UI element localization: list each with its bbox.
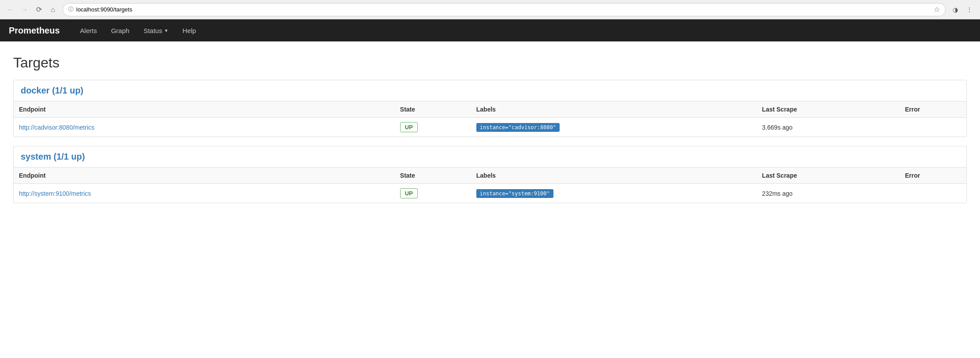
nav-link-help[interactable]: Help [175,19,203,41]
menu-icon[interactable]: ⋮ [963,4,976,16]
nav-links: Alerts Graph Status ▼ Help [73,19,203,41]
system-col-scrape: Last Scrape [757,168,899,184]
target-group-system: system (1/1 up) Endpoint State Labels La… [13,146,967,203]
system-labels-cell: instance="system:9100" [471,184,757,203]
docker-col-state: State [395,101,471,118]
nav-brand[interactable]: Prometheus [9,26,60,36]
system-col-endpoint: Endpoint [14,168,395,184]
docker-endpoint-cell: http://cadvisor:8080/metrics [14,118,395,137]
page-content: Targets docker (1/1 up) Endpoint State L… [0,41,980,225]
nav-link-graph[interactable]: Graph [104,19,137,41]
system-error-cell [900,184,966,203]
browser-toolbar-icons: ◑ ⋮ [949,4,976,16]
docker-col-endpoint: Endpoint [14,101,395,118]
system-table-header-row: Endpoint State Labels Last Scrape Error [14,168,966,184]
status-dropdown-arrow: ▼ [164,28,168,33]
table-row: http://cadvisor:8080/metrics UP instance… [14,118,966,137]
docker-labels-cell: instance="cadvisor:8080" [471,118,757,137]
browser-nav-buttons: ← → ⟳ ⌂ [4,4,59,16]
nav-link-status[interactable]: Status ▼ [137,19,175,41]
extensions-icon[interactable]: ◑ [949,4,961,16]
docker-error-cell [900,118,966,137]
docker-table-header-row: Endpoint State Labels Last Scrape Error [14,101,966,118]
system-col-labels: Labels [471,168,757,184]
system-endpoint-link[interactable]: http://system:9100/metrics [19,190,91,197]
docker-scrape-cell: 3.669s ago [757,118,899,137]
address-bar: ⓘ ☆ [63,3,946,16]
bookmark-icon[interactable]: ☆ [934,5,940,14]
target-group-system-header[interactable]: system (1/1 up) [14,146,966,168]
system-label-badge: instance="system:9100" [476,189,553,198]
docker-col-error: Error [900,101,966,118]
navbar: Prometheus Alerts Graph Status ▼ Help [0,19,980,41]
lock-icon: ⓘ [68,6,74,13]
back-button[interactable]: ← [4,4,17,16]
browser-chrome: ← → ⟳ ⌂ ⓘ ☆ ◑ ⋮ [0,0,980,19]
home-button[interactable]: ⌂ [47,4,59,16]
docker-col-scrape: Last Scrape [757,101,899,118]
system-scrape-cell: 232ms ago [757,184,899,203]
url-input[interactable] [76,6,931,13]
system-endpoint-cell: http://system:9100/metrics [14,184,395,203]
docker-endpoint-link[interactable]: http://cadvisor:8080/metrics [19,124,94,131]
reload-button[interactable]: ⟳ [33,4,45,16]
docker-state-badge: UP [400,122,418,132]
docker-state-cell: UP [395,118,471,137]
docker-label-badge: instance="cadvisor:8080" [476,123,560,132]
forward-button[interactable]: → [19,4,31,16]
target-group-docker-header[interactable]: docker (1/1 up) [14,80,966,101]
docker-targets-table: Endpoint State Labels Last Scrape Error … [14,101,966,137]
docker-col-labels: Labels [471,101,757,118]
page-title: Targets [13,55,967,71]
system-col-error: Error [900,168,966,184]
system-targets-table: Endpoint State Labels Last Scrape Error … [14,168,966,203]
table-row: http://system:9100/metrics UP instance="… [14,184,966,203]
system-state-badge: UP [400,188,418,198]
target-group-docker: docker (1/1 up) Endpoint State Labels La… [13,80,967,137]
system-state-cell: UP [395,184,471,203]
nav-link-alerts[interactable]: Alerts [73,19,104,41]
system-col-state: State [395,168,471,184]
